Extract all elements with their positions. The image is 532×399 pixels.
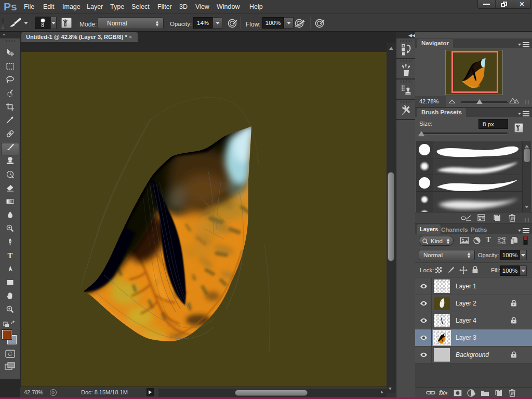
svg-text:T: T	[7, 251, 12, 260]
